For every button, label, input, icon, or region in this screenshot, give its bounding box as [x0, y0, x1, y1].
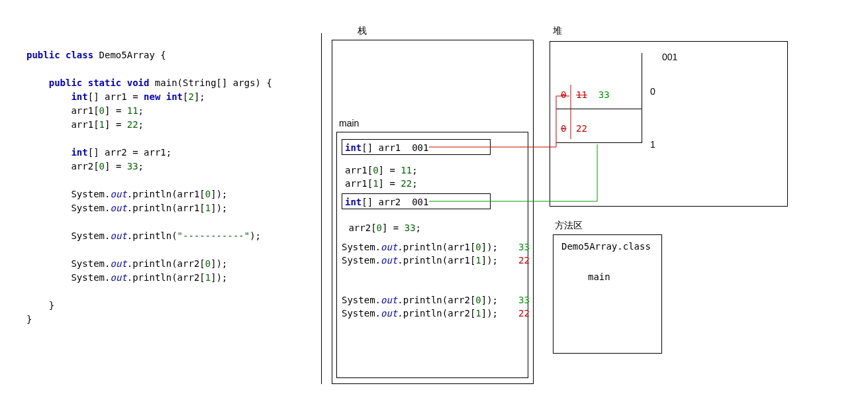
divider: [321, 33, 322, 384]
arr1-assign-1: arr1[1] = 22;: [345, 177, 418, 191]
method-area-title: 方法区: [555, 220, 583, 232]
println-arr1-1: System.out.println(arr1[1]);: [342, 254, 498, 268]
out-arr2-0: 33: [518, 294, 530, 307]
println-arr1-0: System.out.println(arr1[0]);: [342, 241, 498, 254]
arr1-assign-0: arr1[0] = 11;: [345, 164, 418, 177]
out-arr2-1: 22: [518, 307, 530, 321]
heap-addr: 001: [662, 52, 677, 62]
class-file: Demo5Array.class: [561, 241, 651, 252]
arr1-decl: int[] arr1 001: [345, 142, 428, 155]
out-arr1-0: 33: [518, 241, 530, 254]
arr2-decl: int[] arr2 001: [345, 196, 428, 209]
heap-array-divider: [556, 109, 642, 109]
main-label: main: [339, 118, 359, 128]
code-block: public class Demo5Array { public static …: [26, 34, 272, 326]
heap-idx-1: 1: [650, 139, 655, 150]
println-arr2-1: System.out.println(arr2[1]);: [342, 307, 498, 321]
out-arr1-1: 22: [518, 254, 530, 268]
method-main: main: [588, 272, 610, 282]
heap-title: 堆: [553, 25, 562, 37]
heap-array: [556, 53, 642, 143]
heap-idx-0: 0: [650, 86, 655, 97]
println-arr2-0: System.out.println(arr2[0]);: [342, 294, 498, 307]
arr2-assign-0: arr2[0] = 33;: [343, 222, 421, 235]
method-area-box: [553, 234, 662, 354]
stack-title: 栈: [358, 25, 367, 37]
